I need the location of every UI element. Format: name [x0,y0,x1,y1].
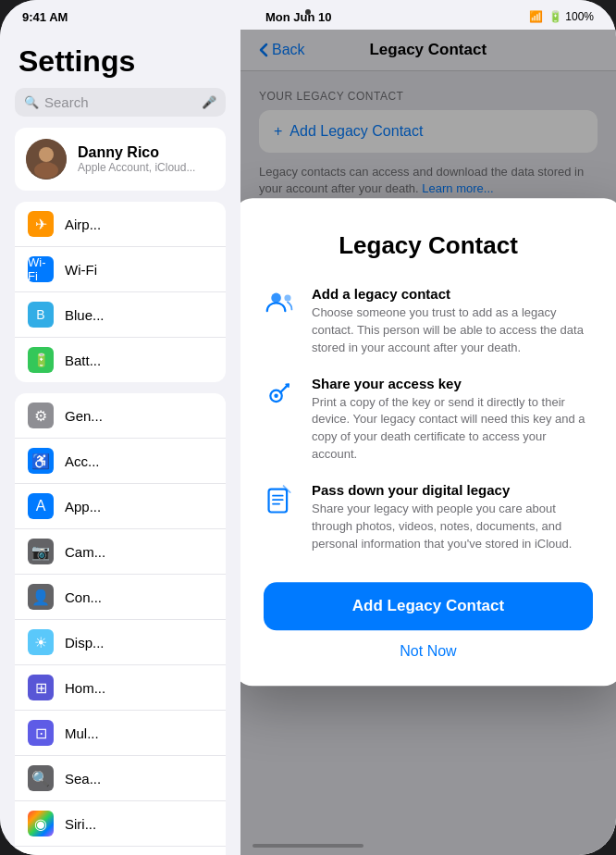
appstore-icon: A [28,493,54,519]
sidebar-item-general[interactable]: ⚙ Gen... [15,393,226,439]
search-icon: 🔍 [24,95,39,109]
svg-point-4 [284,294,290,301]
sidebar-item-contacts[interactable]: 👤 Con... [15,575,226,620]
svg-rect-7 [269,489,288,513]
digital-legacy-text: Pass down your digital legacy Share your… [312,482,593,553]
avatar [26,139,67,180]
sidebar-item-display[interactable]: ☀ Disp... [15,620,226,665]
digital-legacy-icon [264,482,297,515]
sidebar-item-camera[interactable]: 📷 Cam... [15,529,226,575]
sidebar-title: Settings [0,37,240,88]
sidebar-item-siri[interactable]: ◉ Siri... [15,801,226,847]
share-key-icon [264,376,297,409]
sidebar-section-2: ⚙ Gen... ♿ Acc... A App... 📷 Cam... 👤 [15,393,226,855]
contacts-label: Con... [65,589,102,605]
sidebar-item-homescreen[interactable]: ⊞ Hom... [15,665,226,711]
general-icon: ⚙ [28,403,54,428]
search-bar[interactable]: 🔍 Search 🎤 [15,88,226,117]
profile-info: Danny Rico Apple Account, iCloud... [78,144,195,174]
status-bar: 9:41 AM Mon Jun 10 📶 🔋 100% [0,0,616,30]
appstore-label: App... [65,499,101,514]
right-panel: Back Legacy Contact YOUR LEGACY CONTACT … [240,30,616,855]
sidebar-item-search[interactable]: 🔍 Sea... [15,756,226,801]
sidebar-item-wallpaper[interactable]: ⬤ Wallpaper [15,847,226,855]
sidebar-item-bluetooth[interactable]: B Blue... [15,292,226,338]
svg-point-2 [34,162,58,179]
wifi-icon: 📶 [529,10,543,23]
siri-icon: ◉ [28,811,54,836]
sidebar-item-accessibility[interactable]: ♿ Acc... [15,439,226,484]
digital-legacy-desc: Share your legacy with people you care a… [312,501,593,553]
sidebar-item-battery[interactable]: 🔋 Batt... [15,338,226,382]
battery-icon: 🔋 100% [548,10,594,23]
modal-add-legacy-button[interactable]: Add Legacy Contact [264,583,593,631]
wifi-label: Wi-Fi [65,262,97,278]
search-placeholder: Search [44,94,196,110]
siri-label: Siri... [65,816,96,832]
feature-list: Add a legacy contact Choose someone you … [264,286,593,552]
add-contact-icon [264,286,297,319]
profile-name: Danny Rico [78,144,195,161]
mic-icon: 🎤 [202,95,216,109]
status-icons: 📶 🔋 100% [529,10,594,23]
modal-not-now-button[interactable]: Not Now [264,644,593,661]
profile-row[interactable]: Danny Rico Apple Account, iCloud... [15,128,226,191]
add-contact-text: Add a legacy contact Choose someone you … [312,286,593,357]
general-label: Gen... [65,408,103,424]
contacts-icon: 👤 [28,584,54,610]
main-layout: Settings 🔍 Search 🎤 Danny Rico [0,30,616,855]
top-dot [305,9,311,15]
feature-share-key: Share your access key Print a copy of th… [264,376,593,464]
sidebar-item-airplane[interactable]: ✈ Airp... [15,202,226,247]
multitasking-label: Mul... [65,725,99,741]
legacy-contact-modal: Legacy Contact [240,198,616,686]
search-settings-icon: 🔍 [28,765,54,791]
bluetooth-label: Blue... [65,307,105,323]
camera-icon: 📷 [28,539,54,564]
airplane-icon: ✈ [28,211,54,237]
accessibility-icon: ♿ [28,448,54,474]
display-label: Disp... [65,635,105,651]
svg-point-3 [271,293,281,304]
add-contact-heading: Add a legacy contact [312,286,593,302]
share-key-desc: Print a copy of the key or send it direc… [312,394,593,464]
display-icon: ☀ [28,629,54,655]
sidebar-item-wifi[interactable]: Wi-Fi Wi-Fi [15,247,226,292]
ipad-frame: 9:41 AM Mon Jun 10 📶 🔋 100% Settings 🔍 S… [0,0,616,855]
sidebar: Settings 🔍 Search 🎤 Danny Rico [0,30,240,855]
svg-point-6 [274,393,277,397]
airplane-label: Airp... [65,217,101,232]
sidebar-item-multitasking[interactable]: ⊡ Mul... [15,711,226,756]
sidebar-item-appstore[interactable]: A App... [15,484,226,529]
battery-settings-icon: 🔋 [28,347,54,373]
camera-label: Cam... [65,544,105,560]
feature-digital-legacy: Pass down your digital legacy Share your… [264,482,593,553]
sidebar-section-1: ✈ Airp... Wi-Fi Wi-Fi B Blue... 🔋 Batt..… [15,202,226,382]
add-contact-desc: Choose someone you trust to add as a leg… [312,304,593,357]
battery-label: Batt... [65,353,101,368]
home-indicator [253,844,363,848]
status-time: 9:41 AM [22,10,68,24]
modal-title: Legacy Contact [264,231,593,260]
multitasking-icon: ⊡ [28,720,54,746]
digital-legacy-heading: Pass down your digital legacy [312,482,593,498]
share-key-heading: Share your access key [312,376,593,391]
profile-subtitle: Apple Account, iCloud... [78,161,195,174]
homescreen-icon: ⊞ [28,675,54,700]
bluetooth-icon: B [28,302,54,328]
search-label: Sea... [65,771,101,787]
homescreen-label: Hom... [65,680,105,696]
status-date: Mon Jun 10 [265,10,332,24]
wifi-settings-icon: Wi-Fi [28,256,54,282]
accessibility-label: Acc... [65,453,100,469]
share-key-text: Share your access key Print a copy of th… [312,376,593,464]
svg-point-1 [39,147,54,162]
feature-add-contact: Add a legacy contact Choose someone you … [264,286,593,357]
